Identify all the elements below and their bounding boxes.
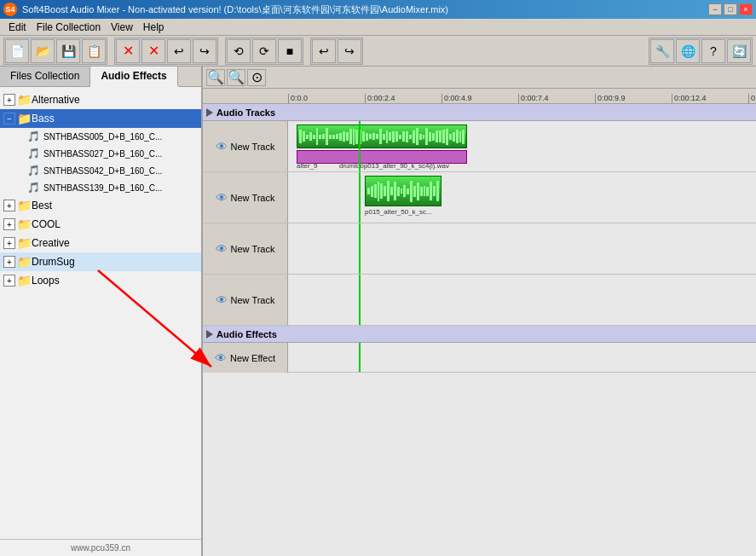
effect-content-1[interactable]: [288, 343, 756, 372]
toolbar-open-btn[interactable]: 📂: [31, 39, 55, 63]
toolbar-rewind-btn[interactable]: ⟲: [227, 39, 251, 63]
track-label-2: 👁 New Track: [203, 172, 288, 223]
track-label-1: 👁 New Track: [203, 121, 288, 171]
waveform-block-2: document.write(Array.from({length:22},(_…: [365, 176, 441, 206]
tree-item-snth1[interactable]: 🎵 SNTHBASS005_D+B_160_C...: [0, 128, 201, 145]
toolbar-save-btn[interactable]: 💾: [56, 39, 80, 63]
menu-view[interactable]: View: [106, 20, 138, 34]
close-button[interactable]: ×: [739, 3, 753, 15]
toolbar-settings-btn[interactable]: 🔧: [650, 39, 674, 63]
eye-icon-track-2[interactable]: 👁: [216, 191, 228, 205]
tree-label-cool: COOL: [32, 218, 61, 230]
toolbar-group-edit: ✕ ✕ ↩ ↪: [114, 38, 218, 65]
track-content-3[interactable]: [288, 223, 756, 274]
track-row-2: 👁 New Track document.write(Array.from({l…: [203, 172, 756, 223]
cursor-line-3: [359, 223, 361, 274]
ruler-mark-2: 0:00:4.9: [441, 94, 518, 103]
tab-audio-effects[interactable]: Audio Effects: [90, 67, 177, 87]
track-label-4: 👁 New Track: [203, 275, 288, 325]
toolbar-next-btn[interactable]: ↪: [338, 39, 361, 63]
tree-item-best[interactable]: + 📁 Best: [0, 196, 201, 215]
filename-2: p015_alter_50_k_sc...: [365, 208, 432, 216]
timeline-ruler: 0:0.0 0:00:2.4 0:00:4.9 0:00:7.4 0:00:9.…: [203, 89, 756, 104]
timeline-area[interactable]: 0:0.0 0:00:2.4 0:00:4.9 0:00:7.4 0:00:9.…: [203, 89, 756, 556]
zoom-in-btn[interactable]: 🔍: [206, 69, 225, 86]
toolbar-play-btn[interactable]: ⟳: [252, 39, 276, 63]
title-bar: S4 Soft4Boost Audio Mixer - Non-activate…: [0, 0, 756, 19]
folder-icon-creative: 📁: [17, 236, 32, 250]
audio-icon-snth3: 🎵: [27, 165, 40, 177]
cursor-line: [359, 121, 361, 171]
expand-creative[interactable]: +: [3, 237, 15, 249]
toolbar-prev-btn[interactable]: ↩: [312, 39, 336, 63]
track-row-3: 👁 New Track: [203, 223, 756, 275]
tree-label-snth4: SNTHBASS139_D+B_160_C...: [43, 183, 162, 193]
eye-icon-track-4[interactable]: 👁: [216, 293, 228, 307]
effect-label-1: 👁 New Effect: [203, 343, 288, 373]
track-name-2: New Track: [231, 193, 275, 203]
toolbar-group-nav: ↩ ↪: [310, 38, 363, 65]
toolbar-cut-btn[interactable]: ✕: [116, 39, 140, 63]
tree-label-creative: Creative: [32, 237, 70, 249]
maximize-button[interactable]: □: [724, 3, 737, 15]
tab-bar: Files Collection Audio Effects: [0, 67, 201, 87]
tree-item-cool[interactable]: + 📁 COOL: [0, 215, 201, 234]
app-icon: S4: [3, 3, 17, 16]
eye-icon-track-1[interactable]: 👁: [216, 140, 228, 153]
track-content-1[interactable]: document.write(Array.from({length:50},(_…: [288, 121, 756, 171]
track-name-4: New Track: [231, 295, 275, 305]
title-bar-controls[interactable]: − □ ×: [708, 3, 753, 15]
expand-drumsug[interactable]: +: [3, 256, 15, 268]
toolbar-redo-btn[interactable]: ↪: [193, 39, 216, 63]
folder-icon-bass: 📁: [17, 112, 32, 125]
toolbar-undo-btn[interactable]: ↩: [167, 39, 191, 63]
tree-item-creative[interactable]: + 📁 Creative: [0, 234, 201, 252]
menu-file-collection[interactable]: File Collection: [32, 20, 106, 34]
folder-icon-alternative: 📁: [17, 93, 32, 107]
eye-icon-effect-1[interactable]: 👁: [215, 351, 227, 365]
tree-item-drumsug[interactable]: + 📁 DrumSug: [0, 252, 201, 271]
toolbar-new-btn[interactable]: 📄: [5, 39, 29, 63]
folder-icon-loops: 📁: [17, 274, 32, 287]
expand-best[interactable]: +: [3, 200, 15, 211]
track-row-1: 👁 New Track document.write(Array.from({l…: [203, 121, 756, 172]
tree-item-snth4[interactable]: 🎵 SNTHBASS139_D+B_160_C...: [0, 179, 201, 196]
toolbar-stop-btn[interactable]: ■: [278, 39, 302, 63]
zoom-out-btn[interactable]: 🔍: [227, 69, 245, 86]
tree-item-loops[interactable]: + 📁 Loops: [0, 271, 201, 290]
toolbar-delete-btn[interactable]: ✕: [141, 39, 165, 63]
tree-label-snth1: SNTHBASS005_D+B_160_C...: [43, 132, 162, 142]
tree-item-alternative[interactable]: + 📁 Alternative: [0, 90, 201, 109]
toolbar-web-btn[interactable]: 🌐: [676, 39, 700, 63]
left-panel: Files Collection Audio Effects + 📁 Alter…: [0, 67, 203, 556]
toolbar-saveas-btn[interactable]: 📋: [82, 39, 106, 63]
track-content-2[interactable]: document.write(Array.from({length:22},(_…: [288, 172, 756, 223]
track-content-4[interactable]: [288, 275, 756, 325]
tree-item-snth3[interactable]: 🎵 SNTHBASS042_D+B_160_C...: [0, 162, 201, 179]
audio-effects-header: Audio Effects: [203, 326, 756, 343]
minimize-button[interactable]: −: [708, 3, 722, 15]
tree-label-bass: Bass: [32, 113, 55, 125]
toolbar-help-btn[interactable]: ?: [701, 39, 725, 63]
tab-files-collection[interactable]: Files Collection: [0, 67, 90, 86]
audio-tracks-header: Audio Tracks: [203, 104, 756, 121]
toolbar-group-transport: ⟲ ⟳ ■: [225, 38, 303, 65]
tree-label-best: Best: [32, 200, 52, 211]
menu-help[interactable]: Help: [138, 20, 170, 34]
expand-alternative[interactable]: +: [3, 94, 15, 106]
tree-item-bass[interactable]: − 📁 Bass: [0, 109, 201, 128]
eye-icon-track-3[interactable]: 👁: [216, 242, 228, 256]
folder-icon-drumsug: 📁: [17, 255, 32, 269]
expand-cool[interactable]: +: [3, 218, 15, 230]
zoom-reset-btn[interactable]: ⊙: [247, 69, 266, 86]
tree-item-snth2[interactable]: 🎵 SNTHBASS027_D+B_160_C...: [0, 145, 201, 162]
cursor-line-effect: [359, 343, 361, 372]
tree-label-drumsug: DrumSug: [32, 256, 75, 268]
tree-label-alternative: Alternative: [32, 94, 80, 106]
toolbar-refresh-btn[interactable]: 🔄: [727, 39, 751, 63]
expand-bass[interactable]: −: [3, 113, 15, 125]
audio-tracks-label: Audio Tracks: [216, 107, 275, 118]
audio-icon-snth4: 🎵: [27, 182, 40, 194]
menu-edit[interactable]: Edit: [3, 20, 32, 34]
expand-loops[interactable]: +: [3, 275, 15, 287]
